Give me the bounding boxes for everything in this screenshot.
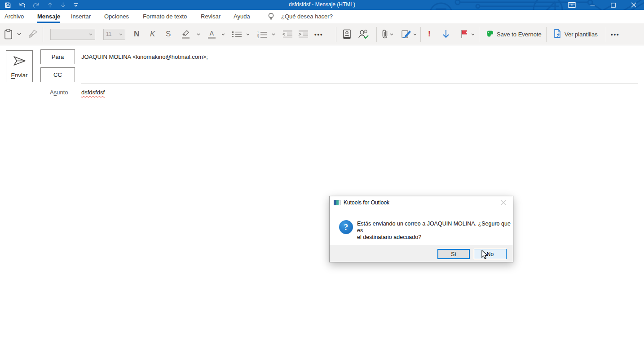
ribbon-tabs: Archivo Mensaje Insertar Opciones Format… <box>0 10 644 23</box>
yes-button[interactable]: Sí <box>437 249 470 259</box>
flag-dropdown-icon[interactable] <box>471 23 475 45</box>
bullets-button[interactable] <box>232 23 242 45</box>
question-mark-icon: ? <box>339 220 353 234</box>
maximize-icon[interactable] <box>603 0 623 10</box>
subject-label: Asunto <box>50 89 68 96</box>
numbering-dropdown-icon[interactable] <box>272 23 275 45</box>
signature-button[interactable] <box>401 23 412 45</box>
tab-formato-de-texto[interactable]: Formato de texto <box>143 10 187 23</box>
no-button[interactable]: No <box>474 249 507 259</box>
follow-up-flag-button[interactable] <box>460 23 469 45</box>
titlebar: dsfdsfdsf - Mensaje (HTML) <box>0 0 644 10</box>
signature-dropdown-icon[interactable] <box>413 23 417 45</box>
underline-button[interactable]: S <box>166 23 171 45</box>
view-templates-button[interactable]: Ver plantillas <box>553 23 598 45</box>
font-color-button[interactable]: A <box>208 23 216 45</box>
ribbon-toolbar: 11 N K S A <box>0 23 644 45</box>
tab-insertar[interactable]: Insertar <box>71 10 91 23</box>
message-body[interactable] <box>0 100 644 345</box>
tell-me-box[interactable]: ¿Qué desea hacer? <box>281 10 333 23</box>
evernote-elephant-icon <box>486 30 494 39</box>
send-button[interactable]: Enviar <box>6 50 33 82</box>
ribbon-separator <box>479 27 479 42</box>
paste-dropdown-icon[interactable] <box>17 23 21 45</box>
increase-indent-button[interactable] <box>298 23 309 45</box>
lightbulb-icon <box>268 13 274 22</box>
save-to-evernote-button[interactable]: Save to Evernote <box>486 23 542 45</box>
to-button[interactable]: Para <box>40 49 75 64</box>
ribbon-separator <box>546 27 547 42</box>
numbering-button[interactable]: 123 <box>257 23 267 45</box>
view-templates-label: Ver plantillas <box>565 31 598 38</box>
more-formatting-button[interactable]: ••• <box>314 23 323 45</box>
paste-button[interactable] <box>4 23 13 45</box>
ribbon-separator <box>376 27 377 42</box>
dialog-titlebar[interactable]: Kutools for Outlook <box>330 196 513 209</box>
template-document-icon <box>553 29 561 40</box>
ribbon-separator <box>336 27 336 42</box>
to-recipient[interactable]: JOAQUIN MOLINA <kinomakino@hotmail.com>; <box>81 53 208 60</box>
subject-field[interactable]: dsfdsfdsf <box>81 89 105 96</box>
cc-field[interactable] <box>81 69 638 84</box>
window-title: dsfdsfdsf - Mensaje (HTML) <box>0 0 644 10</box>
decrease-indent-button[interactable] <box>282 23 293 45</box>
tab-ayuda[interactable]: Ayuda <box>234 10 250 23</box>
message-header: Enviar Para CC JOAQUIN MOLINA <kinomakin… <box>0 46 644 100</box>
highlight-color-button[interactable] <box>181 23 190 45</box>
font-color-dropdown-icon[interactable] <box>221 23 225 45</box>
bold-button[interactable]: N <box>134 23 139 45</box>
tab-archivo[interactable]: Archivo <box>4 10 24 23</box>
attach-dropdown-icon[interactable] <box>390 23 393 45</box>
tab-revisar[interactable]: Revisar <box>201 10 221 23</box>
high-importance-button[interactable]: ! <box>428 23 431 45</box>
outlook-message-window: dsfdsfdsf - Mensaje (HTML) Archivo Mensa… <box>0 0 644 345</box>
ribbon-separator <box>43 27 43 42</box>
format-painter-icon[interactable] <box>28 23 39 45</box>
highlight-dropdown-icon[interactable] <box>197 23 200 45</box>
to-field[interactable]: JOAQUIN MOLINA <kinomakino@hotmail.com>; <box>81 49 638 64</box>
window-controls <box>561 0 644 10</box>
tab-opciones[interactable]: Opciones <box>104 10 129 23</box>
font-name-select[interactable] <box>50 23 95 45</box>
more-ribbon-button[interactable]: ••• <box>611 23 620 45</box>
dialog-title: Kutools for Outlook <box>344 199 389 206</box>
highlight-color-bar <box>182 37 190 39</box>
ribbon-separator <box>420 27 421 42</box>
tab-mensaje[interactable]: Mensaje <box>37 10 60 23</box>
send-plane-icon <box>12 54 26 69</box>
save-to-evernote-label: Save to Evernote <box>497 31 542 38</box>
font-color-bar <box>208 37 216 39</box>
svg-text:3: 3 <box>257 36 259 38</box>
send-button-label: Enviar <box>11 72 28 79</box>
attach-file-button[interactable] <box>381 23 388 45</box>
close-icon[interactable] <box>623 0 644 10</box>
font-size-value: 11 <box>106 31 111 37</box>
font-size-select[interactable]: 11 <box>103 23 125 45</box>
minimize-icon[interactable] <box>582 0 603 10</box>
dialog-message: Estás enviando un correo a JOAQUIN MOLIN… <box>357 221 513 241</box>
address-book-button[interactable] <box>342 23 352 45</box>
italic-button[interactable]: K <box>150 23 155 45</box>
bullets-dropdown-icon[interactable] <box>246 23 250 45</box>
kutools-app-icon <box>334 200 340 205</box>
ribbon-separator <box>606 27 606 42</box>
dialog-close-icon[interactable] <box>499 199 507 207</box>
mouse-cursor <box>481 250 490 261</box>
check-names-button[interactable] <box>358 23 369 45</box>
ribbon-display-options-icon[interactable] <box>561 0 582 10</box>
cc-button[interactable]: CC <box>40 67 75 82</box>
low-importance-button[interactable] <box>442 23 450 45</box>
